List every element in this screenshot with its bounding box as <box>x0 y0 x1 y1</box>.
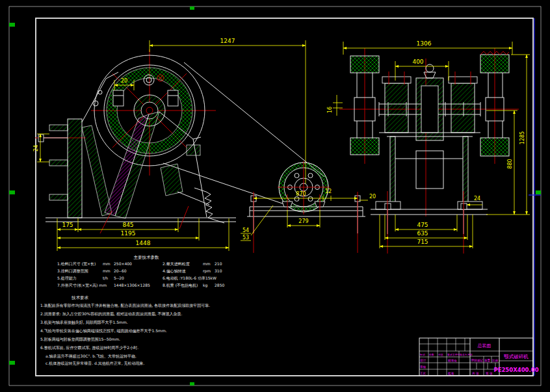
spec-cell: 4.偏心轴转速 <box>163 268 186 274</box>
tb-header-cell: 标记 <box>419 353 425 356</box>
spec-cell: mm <box>103 268 111 273</box>
anchor-bolt <box>461 203 467 209</box>
spec-cell: 5--20 <box>114 276 124 280</box>
spec-cell: mm <box>203 261 211 266</box>
dim-motor-870: 870 <box>296 191 306 197</box>
tb-stage-mark: 阶段标记 <box>471 358 484 363</box>
note-line: a.轴承温升不得超过30C°. b.飞轮、大带轮运转平稳. <box>46 354 137 359</box>
motor-drive: 870 12 20 279 54 53 <box>163 62 376 253</box>
front-view: 24 20 1247 175 845 1195 1448 <box>33 38 306 251</box>
drawing-number: PE250X400.00 <box>493 367 538 373</box>
anchor-bolt <box>385 203 391 209</box>
cad-sheet: 24 20 1247 175 845 1195 1448 <box>0 0 550 392</box>
dim-motor-12: 12 <box>325 189 332 194</box>
dim-base-1448: 1448 <box>136 240 151 246</box>
crusher-frame <box>38 72 236 233</box>
tb-design: 设计 <box>420 358 426 362</box>
note-line: 6.整机试车前, 应作空载试车, 连续运转时间不少于2小时. <box>40 345 138 350</box>
bearing-cap <box>168 90 178 106</box>
v-belt <box>184 62 324 177</box>
tb-header-cell: 年月日 <box>464 353 473 356</box>
bearing-cap <box>113 90 124 106</box>
tb-header-cell: 签名 <box>460 353 465 356</box>
spec-cell: 2850 <box>215 283 224 287</box>
spec-cell: 310 <box>215 268 222 273</box>
spec-cell: mm <box>103 261 111 266</box>
side-lower-frame <box>371 137 488 254</box>
tb-process: 工艺 <box>420 371 426 375</box>
notes-title: 技术要求 <box>71 295 89 300</box>
bearing-housing <box>451 83 475 133</box>
spec-cell: 210 <box>215 261 222 266</box>
dim-front-rib: 24 <box>33 145 39 151</box>
dim-side-475: 475 <box>417 222 428 228</box>
dim-side-1306: 1306 <box>417 40 432 47</box>
callout-53: 53 <box>242 235 249 241</box>
dim-front-top: 1247 <box>220 38 235 44</box>
note-line: 2.润滑要求: 加入占空腔30%容积的润滑脂, 相对运动表面涂润滑脂, 不得混入… <box>40 311 183 317</box>
tb-scale: 比例 <box>492 359 499 363</box>
tb-header-cell: 更改文件号 <box>447 353 460 356</box>
spec-cell: 1448×1306×1285 <box>114 283 150 287</box>
note-line: 1.装配前所有零部件均须清洗干净并检验合格, 配合表面涂润滑油, 各联接件装配后… <box>40 303 210 308</box>
spec-cell: 20--60 <box>114 268 127 273</box>
tb-header-cell: 处数 <box>429 353 434 356</box>
dim-side-1285: 1285 <box>519 131 525 144</box>
dim-front-gap: 20 <box>121 78 127 84</box>
tb-sheet-no: 第 张 <box>486 372 493 376</box>
note-line: 3.机架与轴承座接触良好, 局部间隙不大于1.5mm. <box>40 320 128 325</box>
zone-marker <box>190 382 194 385</box>
spec-table-title: 主要技术参数 <box>134 255 160 260</box>
zone-marker <box>9 361 15 365</box>
spec-cell: t/h <box>103 276 108 280</box>
spec-cell: rpm <box>203 268 211 274</box>
zone-marker <box>9 23 15 27</box>
fixed-jaw-plate <box>82 125 112 216</box>
dim-motor-20: 20 <box>369 194 376 200</box>
spec-cell: 7.外形尺寸(长×宽×高) mm <box>57 283 107 288</box>
eccentric-shaft-assembly <box>379 64 480 140</box>
zone-marker <box>190 7 194 10</box>
bearing-housing <box>385 83 408 133</box>
spec-cell: 2.最大进料粒度 <box>163 261 190 267</box>
tb-header-cell: 分区 <box>438 353 443 356</box>
spec-cell: 5.处理能力 <box>57 276 77 281</box>
tb-total-sheet: 共 张 <box>472 372 479 376</box>
zone-marker <box>536 190 541 194</box>
dim-motor-279: 279 <box>298 218 308 224</box>
spec-cell: 250×400 <box>114 261 132 266</box>
cad-canvas: 24 20 1247 175 845 1195 1448 <box>0 0 550 392</box>
drawing-title: 总装图 <box>477 343 491 348</box>
dim-side-400: 400 <box>412 59 423 65</box>
dim-side-880: 880 <box>507 159 513 168</box>
spec-cell: kg <box>203 283 207 288</box>
product-name: 颚式破碎机 <box>503 354 529 359</box>
spec-cell: 3.排料口调整范围 <box>57 268 88 274</box>
v-belt <box>163 163 292 207</box>
dim-side-16: 16 <box>327 107 333 113</box>
dim-side-715: 715 <box>417 239 428 245</box>
title-block: 标记 处数 分区 更改文件号 签名 年月日 设计 标准化 审核 工艺 批准 阶段… <box>419 338 539 376</box>
tb-standardize: 标准化 <box>447 359 457 363</box>
technical-notes: 技术要求 1.装配前所有零部件均须清洗干净并检验合格, 配合表面涂润滑油, 各联… <box>40 295 210 366</box>
tb-mass: 质量 <box>484 359 491 362</box>
note-line: 5.肘板两端与肘板垫间隙调整范围15--50mm. <box>40 337 120 342</box>
spec-table: 主要技术参数 1.给料口尺寸 (宽×长) mm 250×400 2.最大进料粒度… <box>57 255 224 288</box>
tb-audit: 审核 <box>420 365 426 369</box>
tb-approve: 批准 <box>447 372 454 376</box>
adjusting-bolt <box>38 135 44 142</box>
lifting-eye <box>426 64 434 72</box>
callout-54: 54 <box>242 228 249 233</box>
spec-cell: 1.给料口尺寸 (宽×长) <box>57 261 96 267</box>
dim-base-175: 175 <box>62 222 73 228</box>
spec-cell: 6.电动机 :Y180L-6 功率15kW <box>163 276 216 280</box>
dim-side-24: 24 <box>474 196 480 202</box>
dim-side-635: 635 <box>417 230 428 237</box>
note-line: c.机体连续运转无异常噪音. d.其他机件正常, 无松动现象. <box>46 361 145 366</box>
dim-base-845: 845 <box>122 222 133 228</box>
dim-base-1195: 1195 <box>121 230 136 237</box>
spec-cell: 8.机重 (不包括电机) <box>163 283 198 288</box>
note-line: 4.飞轮与带轮安装在偏心轴两端须找正找平, 端面跳动偏差不大于1.5mm. <box>40 328 167 333</box>
zone-marker <box>9 190 15 194</box>
